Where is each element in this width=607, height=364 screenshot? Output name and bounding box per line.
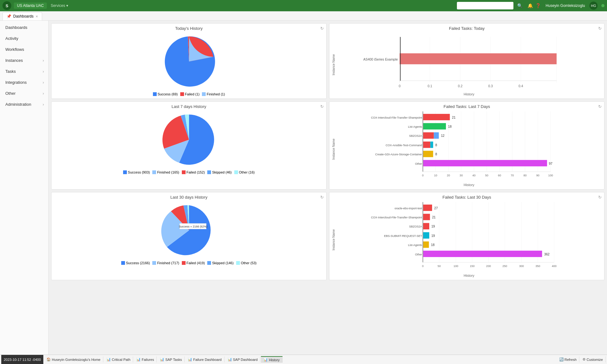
bottom-item-refresh[interactable]: 🔄 Refresh: [557, 356, 580, 362]
bottom-item-customize[interactable]: ⚙ Customize: [580, 356, 606, 362]
sidebar-item-administration[interactable]: Administration: [0, 99, 48, 110]
today-history-refresh-icon[interactable]: ↻: [320, 26, 324, 31]
bottom-item-failures[interactable]: 📊 Failures: [134, 356, 157, 362]
legend-item-finished: Finished (1): [202, 92, 225, 96]
failed-7days-x-label: History: [336, 183, 602, 187]
sidebar-item-dashboards[interactable]: Dashboards: [0, 22, 48, 33]
last7-label-success: Success (903): [128, 170, 150, 174]
svg-text:200: 200: [486, 265, 491, 268]
last7-label-other: Other (16): [239, 170, 255, 174]
svg-text:8: 8: [435, 153, 437, 156]
last30-refresh-icon[interactable]: ↻: [320, 195, 324, 200]
svg-text:18: 18: [431, 243, 435, 247]
last7-color-skipped: [207, 170, 211, 174]
search-icon[interactable]: 🔍: [517, 3, 523, 8]
svg-text:oracle-ebs-import-test: oracle-ebs-import-test: [394, 207, 422, 210]
legend-color-finished: [202, 92, 206, 96]
last7-label-skipped: Skipped (46): [212, 170, 231, 174]
bell-icon[interactable]: 🔔: [528, 3, 533, 8]
sidebar-item-workflows[interactable]: Workflows: [0, 44, 48, 55]
search-input[interactable]: [457, 2, 513, 9]
failed-30days-svg: 27 oracle-ebs-import-test 21 COX-Intercl…: [336, 202, 602, 273]
svg-text:SBZOS2A: SBZOS2A: [409, 134, 422, 137]
legend-label-finished: Finished (1): [207, 92, 225, 96]
failed-today-refresh-icon[interactable]: ↻: [598, 26, 602, 31]
svg-text:60: 60: [498, 174, 501, 177]
svg-text:COX-Intercloud-File-Transfer-S: COX-Intercloud-File-Transfer-Sharepoint: [371, 116, 422, 119]
last30-legend-success: Success (2166): [121, 261, 150, 265]
svg-text:8: 8: [435, 143, 437, 147]
failed-today-inner: AS400 iSeries Example 0 0.1 0.2 0.3 0.4 …: [336, 33, 602, 96]
today-history-title: Today's History: [54, 26, 324, 31]
svg-rect-86: [423, 251, 542, 257]
bottom-item-sap-tasks[interactable]: 📊 SAP Tasks: [157, 356, 185, 362]
failed-30days-refresh-icon[interactable]: ↻: [598, 195, 602, 200]
svg-text:362: 362: [544, 253, 550, 256]
sidebar-item-instances[interactable]: Instances: [0, 55, 48, 66]
last30-label-skipped: Skipped (146): [212, 261, 234, 265]
svg-text:0.2: 0.2: [458, 84, 463, 88]
sap-dashboard-icon: 📊: [228, 357, 232, 361]
svg-rect-42: [423, 151, 433, 157]
bottom-item-sap-dashboard[interactable]: 📊 SAP Dashboard: [225, 356, 261, 362]
failed-30days-chart: Instance Name: [332, 202, 602, 277]
svg-text:0.3: 0.3: [488, 84, 493, 88]
last30-label-other: Other (53): [241, 261, 257, 265]
today-history-pie: [161, 33, 217, 90]
sidebar-item-activity[interactable]: Activity: [0, 33, 48, 44]
svg-text:27: 27: [434, 206, 438, 210]
last30-history-panel: Last 30 days History ↻: [51, 192, 327, 280]
today-history-panel: Today's History ↻ Success (69): [51, 23, 327, 99]
bottom-item-history[interactable]: 📊 History: [261, 356, 282, 363]
bottom-item-sap-tasks-label: SAP Tasks: [165, 358, 182, 361]
bottom-item-customize-label: Customize: [587, 358, 603, 361]
last7-color-finished: [152, 170, 156, 174]
svg-rect-8: [400, 53, 557, 64]
svg-text:250: 250: [502, 265, 507, 268]
svg-text:Success = 2166 (62%): Success = 2166 (62%): [179, 225, 207, 228]
sidebar-item-other[interactable]: Other: [0, 88, 48, 99]
failed-today-x-label: History: [336, 92, 602, 96]
question-icon[interactable]: ❓: [535, 3, 541, 8]
failed-7days-panel: Failed Tasks: Last 7 Days ↻ Instance Nam…: [329, 101, 604, 190]
svg-text:40: 40: [472, 174, 475, 177]
last7-color-success: [123, 170, 127, 174]
main-layout: Dashboards Activity Workflows Instances …: [0, 21, 607, 364]
last7-label-failed: Failed (152): [187, 170, 205, 174]
legend-item-success: Success (69): [153, 92, 178, 96]
avatar[interactable]: HG: [589, 2, 598, 10]
sidebar-item-tasks[interactable]: Tasks: [0, 66, 48, 77]
last7-history-title: Last 7 days History: [54, 104, 324, 109]
svg-text:21: 21: [432, 216, 436, 219]
failed-7days-refresh-icon[interactable]: ↻: [598, 104, 602, 109]
bottom-item-home[interactable]: 🏠 Huseyin Gomleksizoglu's Home: [44, 356, 103, 362]
last7-pie: [161, 111, 217, 168]
failed-today-y-label: Instance Name: [332, 33, 336, 96]
tab-close-icon[interactable]: ✕: [35, 15, 38, 18]
instance-selector[interactable]: US Atlanta UAC: [14, 3, 47, 9]
svg-rect-31: [423, 123, 446, 129]
last30-color-failed: [182, 261, 186, 265]
bottom-bar: 2023-10-17 11:52 -0400 🏠 Huseyin Gomleks…: [0, 355, 607, 364]
svg-text:SBZOS2A: SBZOS2A: [409, 225, 422, 228]
svg-text:30: 30: [460, 174, 463, 177]
svg-text:COX-Intercloud-File-Transfer-S: COX-Intercloud-File-Transfer-Sharepoint: [371, 216, 422, 219]
svg-rect-35: [434, 132, 439, 139]
tab-dashboards[interactable]: 📌 Dashboards ✕: [3, 12, 42, 20]
services-menu[interactable]: Services: [51, 3, 68, 8]
bottom-item-sap-dashboard-label: SAP Dashboard: [233, 358, 258, 361]
failed-7days-title: Failed Tasks: Last 7 Days: [332, 104, 602, 109]
last7-legend-skipped: Skipped (46): [207, 170, 231, 174]
last30-label-finished: Finished (717): [157, 261, 179, 265]
sidebar-item-integrations[interactable]: Integrations: [0, 77, 48, 88]
failure-dashboard-icon: 📊: [188, 357, 192, 361]
last7-pie-container: Success (903) Finished (165) Failed (152…: [54, 111, 324, 174]
last30-legend-skipped: Skipped (146): [207, 261, 234, 265]
last7-refresh-icon[interactable]: ↻: [320, 104, 324, 109]
customize-icon: ⚙: [583, 357, 586, 361]
last30-color-finished: [152, 261, 156, 265]
svg-text:12: 12: [441, 134, 445, 137]
failed-7days-chart: Instance Name: [332, 111, 602, 187]
bottom-item-critical-path[interactable]: 📊 Critical Path: [104, 356, 133, 362]
bottom-item-failure-dashboard[interactable]: 📊 Failure Dashboard: [185, 356, 225, 362]
